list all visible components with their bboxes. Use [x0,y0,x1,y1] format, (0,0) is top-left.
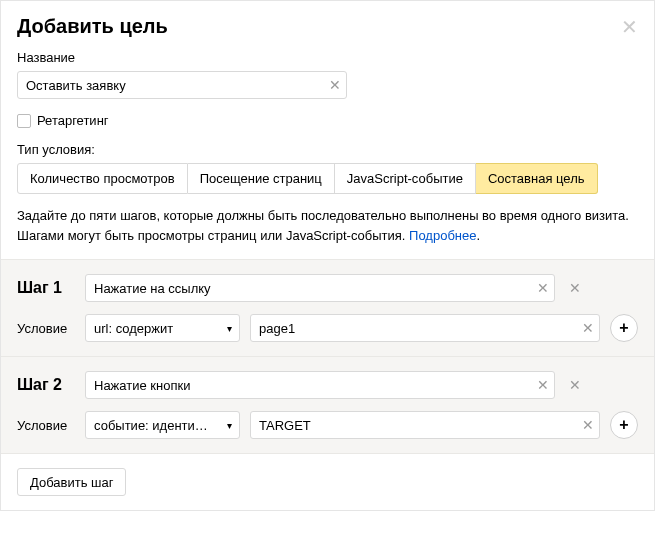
condition-type-tabs: Количество просмотров Посещение страниц … [17,163,638,194]
clear-icon[interactable]: ✕ [582,321,594,335]
name-section: Название ✕ [1,44,654,105]
modal-header: Добавить цель ✕ [1,1,654,44]
modal-title: Добавить цель [17,15,168,38]
condition-type-label: Тип условия: [1,136,654,163]
step-name-wrap: ✕ [85,371,555,399]
step-name-input[interactable] [85,371,555,399]
tab-pages[interactable]: Посещение страниц [188,163,335,194]
condition-label: Условие [17,418,75,433]
condition-value-wrap: ✕ [250,411,600,439]
condition-type-select[interactable]: url: содержит [85,314,240,342]
condition-type-select-wrap: url: содержит ▾ [85,314,240,342]
tab-js-event[interactable]: JavaScript-событие [335,163,476,194]
add-goal-modal: Добавить цель ✕ Название ✕ Ретаргетинг Т… [0,0,655,511]
step-condition-row: Условие событие: идентифи... ▾ ✕ + [17,411,638,439]
step-name-wrap: ✕ [85,274,555,302]
step-condition-row: Условие url: содержит ▾ ✕ + [17,314,638,342]
description-suffix: . [477,228,481,243]
clear-icon[interactable]: ✕ [537,378,549,392]
name-input-wrap: ✕ [17,71,347,99]
step-title: Шаг 1 [17,279,75,297]
delete-step-icon[interactable]: ✕ [565,280,585,296]
clear-icon[interactable]: ✕ [329,78,341,92]
retargeting-label: Ретаргетинг [37,113,109,128]
condition-value-wrap: ✕ [250,314,600,342]
clear-icon[interactable]: ✕ [537,281,549,295]
condition-type-select[interactable]: событие: идентифи... [85,411,240,439]
description-body: Задайте до пяти шагов, которые должны бы… [17,208,629,243]
step-name-row: Шаг 2 ✕ ✕ [17,371,638,399]
add-condition-button[interactable]: + [610,411,638,439]
step-title: Шаг 2 [17,376,75,394]
description-text: Задайте до пяти шагов, которые должны бы… [1,206,654,259]
condition-type-select-wrap: событие: идентифи... ▾ [85,411,240,439]
step-block: Шаг 1 ✕ ✕ Условие url: содержит ▾ ✕ + [1,259,654,356]
delete-step-icon[interactable]: ✕ [565,377,585,393]
close-icon[interactable]: ✕ [621,17,638,37]
name-label: Название [17,50,638,65]
condition-value-input[interactable] [250,411,600,439]
step-name-row: Шаг 1 ✕ ✕ [17,274,638,302]
retargeting-checkbox[interactable] [17,114,31,128]
retargeting-row: Ретаргетинг [1,105,654,136]
step-name-input[interactable] [85,274,555,302]
add-condition-button[interactable]: + [610,314,638,342]
modal-footer: Добавить шаг [1,453,654,510]
description-link[interactable]: Подробнее [409,228,476,243]
plus-icon: + [619,416,628,434]
tab-composite[interactable]: Составная цель [476,163,598,194]
add-step-button[interactable]: Добавить шаг [17,468,126,496]
condition-value-input[interactable] [250,314,600,342]
tab-views[interactable]: Количество просмотров [17,163,188,194]
name-input[interactable] [17,71,347,99]
step-block: Шаг 2 ✕ ✕ Условие событие: идентифи... ▾… [1,356,654,453]
clear-icon[interactable]: ✕ [582,418,594,432]
plus-icon: + [619,319,628,337]
condition-label: Условие [17,321,75,336]
